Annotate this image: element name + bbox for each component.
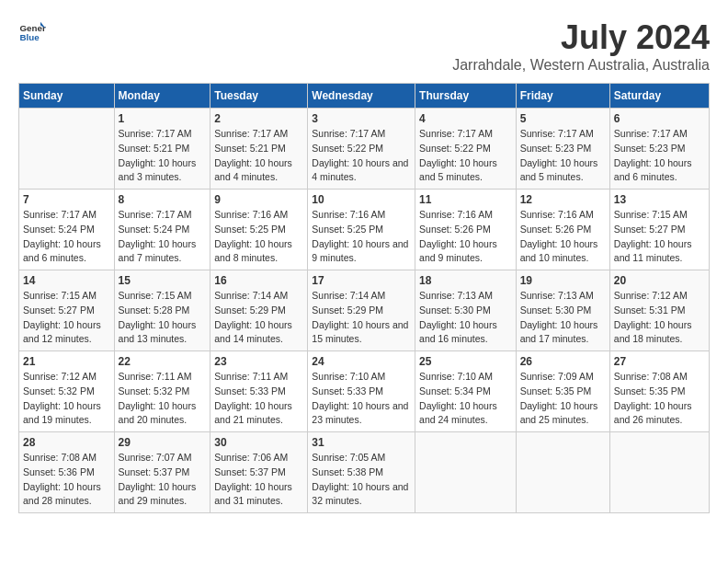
week-row-4: 21Sunrise: 7:12 AMSunset: 5:32 PMDayligh… bbox=[19, 351, 710, 432]
calendar-cell: 30Sunrise: 7:06 AMSunset: 5:37 PMDayligh… bbox=[210, 432, 308, 513]
calendar-cell: 6Sunrise: 7:17 AMSunset: 5:23 PMDaylight… bbox=[609, 109, 709, 190]
day-number: 18 bbox=[419, 274, 512, 287]
day-info: Sunrise: 7:17 AMSunset: 5:22 PMDaylight:… bbox=[312, 127, 411, 185]
day-number: 23 bbox=[214, 355, 303, 368]
calendar-cell: 21Sunrise: 7:12 AMSunset: 5:32 PMDayligh… bbox=[19, 351, 115, 432]
day-info: Sunrise: 7:06 AMSunset: 5:37 PMDaylight:… bbox=[214, 451, 303, 509]
col-header-saturday: Saturday bbox=[609, 84, 709, 109]
calendar-cell: 17Sunrise: 7:14 AMSunset: 5:29 PMDayligh… bbox=[308, 270, 415, 351]
day-info: Sunrise: 7:17 AMSunset: 5:21 PMDaylight:… bbox=[214, 127, 303, 185]
day-info: Sunrise: 7:12 AMSunset: 5:31 PMDaylight:… bbox=[614, 289, 705, 347]
calendar-cell: 25Sunrise: 7:10 AMSunset: 5:34 PMDayligh… bbox=[415, 351, 517, 432]
calendar-cell: 9Sunrise: 7:16 AMSunset: 5:25 PMDaylight… bbox=[210, 190, 308, 270]
calendar-cell: 11Sunrise: 7:16 AMSunset: 5:26 PMDayligh… bbox=[415, 190, 517, 270]
logo: General Blue bbox=[18, 18, 46, 46]
week-row-5: 28Sunrise: 7:08 AMSunset: 5:36 PMDayligh… bbox=[19, 432, 710, 513]
calendar-cell: 27Sunrise: 7:08 AMSunset: 5:35 PMDayligh… bbox=[609, 351, 709, 432]
day-info: Sunrise: 7:09 AMSunset: 5:35 PMDaylight:… bbox=[520, 370, 606, 428]
calendar-cell: 15Sunrise: 7:15 AMSunset: 5:28 PMDayligh… bbox=[114, 270, 210, 351]
day-number: 6 bbox=[614, 112, 705, 125]
day-info: Sunrise: 7:11 AMSunset: 5:32 PMDaylight:… bbox=[119, 370, 207, 428]
calendar-cell: 10Sunrise: 7:16 AMSunset: 5:25 PMDayligh… bbox=[308, 190, 415, 270]
day-info: Sunrise: 7:16 AMSunset: 5:25 PMDaylight:… bbox=[312, 208, 411, 266]
col-header-sunday: Sunday bbox=[19, 84, 115, 109]
calendar-cell bbox=[609, 432, 709, 513]
calendar-cell: 28Sunrise: 7:08 AMSunset: 5:36 PMDayligh… bbox=[19, 432, 115, 513]
day-number: 14 bbox=[23, 274, 110, 287]
calendar-cell bbox=[415, 432, 517, 513]
day-info: Sunrise: 7:14 AMSunset: 5:29 PMDaylight:… bbox=[312, 289, 411, 347]
day-number: 11 bbox=[419, 193, 512, 206]
calendar-cell: 23Sunrise: 7:11 AMSunset: 5:33 PMDayligh… bbox=[210, 351, 308, 432]
day-number: 4 bbox=[419, 112, 512, 125]
calendar-cell: 1Sunrise: 7:17 AMSunset: 5:21 PMDaylight… bbox=[114, 109, 210, 190]
calendar-cell: 26Sunrise: 7:09 AMSunset: 5:35 PMDayligh… bbox=[516, 351, 609, 432]
day-number: 13 bbox=[614, 193, 705, 206]
day-info: Sunrise: 7:07 AMSunset: 5:37 PMDaylight:… bbox=[119, 451, 207, 509]
day-number: 29 bbox=[119, 436, 207, 449]
day-info: Sunrise: 7:17 AMSunset: 5:23 PMDaylight:… bbox=[614, 127, 705, 185]
day-info: Sunrise: 7:17 AMSunset: 5:23 PMDaylight:… bbox=[520, 127, 606, 185]
day-info: Sunrise: 7:17 AMSunset: 5:21 PMDaylight:… bbox=[119, 127, 207, 185]
day-number: 16 bbox=[214, 274, 303, 287]
day-number: 27 bbox=[614, 355, 705, 368]
day-number: 25 bbox=[419, 355, 512, 368]
calendar-cell: 31Sunrise: 7:05 AMSunset: 5:38 PMDayligh… bbox=[308, 432, 415, 513]
day-info: Sunrise: 7:17 AMSunset: 5:24 PMDaylight:… bbox=[119, 208, 207, 266]
day-number: 21 bbox=[23, 355, 110, 368]
day-number: 31 bbox=[312, 436, 411, 449]
day-number: 10 bbox=[312, 193, 411, 206]
calendar-cell: 5Sunrise: 7:17 AMSunset: 5:23 PMDaylight… bbox=[516, 109, 609, 190]
header-row: SundayMondayTuesdayWednesdayThursdayFrid… bbox=[19, 84, 710, 109]
day-number: 2 bbox=[214, 112, 303, 125]
day-number: 19 bbox=[520, 274, 606, 287]
day-info: Sunrise: 7:13 AMSunset: 5:30 PMDaylight:… bbox=[520, 289, 606, 347]
calendar-cell bbox=[19, 109, 115, 190]
calendar-table: SundayMondayTuesdayWednesdayThursdayFrid… bbox=[18, 83, 710, 513]
calendar-cell: 13Sunrise: 7:15 AMSunset: 5:27 PMDayligh… bbox=[609, 190, 709, 270]
calendar-cell: 4Sunrise: 7:17 AMSunset: 5:22 PMDaylight… bbox=[415, 109, 517, 190]
col-header-friday: Friday bbox=[516, 84, 609, 109]
col-header-monday: Monday bbox=[114, 84, 210, 109]
day-number: 1 bbox=[119, 112, 207, 125]
day-info: Sunrise: 7:10 AMSunset: 5:33 PMDaylight:… bbox=[312, 370, 411, 428]
calendar-cell: 16Sunrise: 7:14 AMSunset: 5:29 PMDayligh… bbox=[210, 270, 308, 351]
day-number: 8 bbox=[119, 193, 207, 206]
calendar-cell: 14Sunrise: 7:15 AMSunset: 5:27 PMDayligh… bbox=[19, 270, 115, 351]
col-header-wednesday: Wednesday bbox=[308, 84, 415, 109]
day-number: 9 bbox=[214, 193, 303, 206]
calendar-cell: 19Sunrise: 7:13 AMSunset: 5:30 PMDayligh… bbox=[516, 270, 609, 351]
day-number: 5 bbox=[520, 112, 606, 125]
week-row-2: 7Sunrise: 7:17 AMSunset: 5:24 PMDaylight… bbox=[19, 190, 710, 270]
calendar-cell: 20Sunrise: 7:12 AMSunset: 5:31 PMDayligh… bbox=[609, 270, 709, 351]
day-number: 7 bbox=[23, 193, 110, 206]
page-header: General Blue July 2024 Jarrahdale, Weste… bbox=[18, 18, 710, 74]
calendar-cell: 22Sunrise: 7:11 AMSunset: 5:32 PMDayligh… bbox=[114, 351, 210, 432]
day-info: Sunrise: 7:15 AMSunset: 5:27 PMDaylight:… bbox=[23, 289, 110, 347]
calendar-cell: 3Sunrise: 7:17 AMSunset: 5:22 PMDaylight… bbox=[308, 109, 415, 190]
day-info: Sunrise: 7:16 AMSunset: 5:25 PMDaylight:… bbox=[214, 208, 303, 266]
calendar-cell: 8Sunrise: 7:17 AMSunset: 5:24 PMDaylight… bbox=[114, 190, 210, 270]
day-info: Sunrise: 7:08 AMSunset: 5:36 PMDaylight:… bbox=[23, 451, 110, 509]
day-info: Sunrise: 7:14 AMSunset: 5:29 PMDaylight:… bbox=[214, 289, 303, 347]
day-info: Sunrise: 7:16 AMSunset: 5:26 PMDaylight:… bbox=[520, 208, 606, 266]
day-info: Sunrise: 7:16 AMSunset: 5:26 PMDaylight:… bbox=[419, 208, 512, 266]
day-info: Sunrise: 7:10 AMSunset: 5:34 PMDaylight:… bbox=[419, 370, 512, 428]
calendar-cell: 7Sunrise: 7:17 AMSunset: 5:24 PMDaylight… bbox=[19, 190, 115, 270]
day-info: Sunrise: 7:12 AMSunset: 5:32 PMDaylight:… bbox=[23, 370, 110, 428]
day-number: 3 bbox=[312, 112, 411, 125]
calendar-cell bbox=[516, 432, 609, 513]
title-block: July 2024 Jarrahdale, Western Australia,… bbox=[452, 18, 710, 74]
week-row-1: 1Sunrise: 7:17 AMSunset: 5:21 PMDaylight… bbox=[19, 109, 710, 190]
day-info: Sunrise: 7:15 AMSunset: 5:27 PMDaylight:… bbox=[614, 208, 705, 266]
day-number: 28 bbox=[23, 436, 110, 449]
day-info: Sunrise: 7:11 AMSunset: 5:33 PMDaylight:… bbox=[214, 370, 303, 428]
day-number: 17 bbox=[312, 274, 411, 287]
svg-text:Blue: Blue bbox=[20, 32, 40, 42]
day-number: 24 bbox=[312, 355, 411, 368]
day-number: 30 bbox=[214, 436, 303, 449]
calendar-cell: 24Sunrise: 7:10 AMSunset: 5:33 PMDayligh… bbox=[308, 351, 415, 432]
day-info: Sunrise: 7:13 AMSunset: 5:30 PMDaylight:… bbox=[419, 289, 512, 347]
day-info: Sunrise: 7:15 AMSunset: 5:28 PMDaylight:… bbox=[119, 289, 207, 347]
col-header-tuesday: Tuesday bbox=[210, 84, 308, 109]
